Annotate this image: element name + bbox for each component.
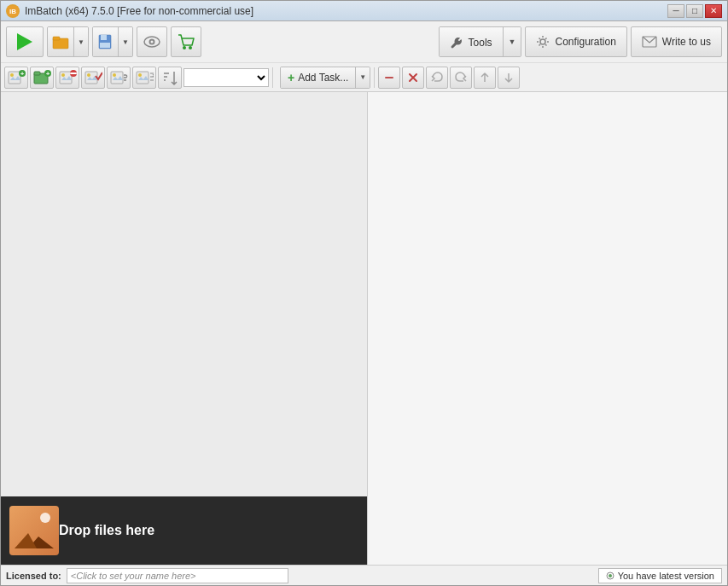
toolbar-divider — [272, 67, 273, 88]
sort-icon — [160, 68, 179, 87]
version-status: You have latest version — [598, 568, 722, 583]
divider-2 — [374, 67, 375, 88]
svg-point-34 — [609, 574, 612, 577]
move-down-button[interactable] — [498, 67, 520, 89]
preview-button[interactable] — [137, 26, 167, 57]
task-controls: + Add Task... ▼ — [280, 67, 520, 89]
folder-open-icon — [52, 34, 69, 49]
svg-point-11 — [189, 46, 192, 49]
shop-button[interactable] — [171, 26, 201, 57]
main-window: IB ImBatch (x64) 7.5.0 [Free for non-com… — [0, 0, 728, 586]
title-bar: IB ImBatch (x64) 7.5.0 [Free for non-com… — [1, 1, 727, 21]
drop-zone-icon — [9, 506, 59, 555]
main-toolbar: ▼ ▼ — [1, 21, 727, 62]
move-up-button[interactable] — [474, 67, 496, 89]
status-bar: Licensed to: <Click to set your name her… — [1, 565, 727, 585]
tools-button[interactable]: Tools — [440, 27, 504, 57]
add-folder-button[interactable]: + — [30, 67, 54, 89]
add-task-plus-icon: + — [288, 71, 294, 84]
svg-point-29 — [113, 73, 116, 77]
svg-point-9 — [150, 41, 153, 44]
tools-dropdown[interactable]: ▼ — [504, 27, 521, 56]
toolbar-area: ▼ ▼ — [1, 21, 727, 92]
svg-point-31 — [138, 73, 142, 77]
version-status-box: You have latest version — [598, 568, 722, 583]
svg-rect-19 — [34, 72, 40, 75]
remove-task-button[interactable] — [378, 67, 400, 89]
maximize-button[interactable]: □ — [686, 4, 703, 18]
drop-zone-text: Drop files here — [59, 523, 154, 538]
mail-icon — [642, 36, 657, 48]
rename-icon — [109, 68, 128, 87]
undo-button[interactable] — [426, 67, 448, 89]
configuration-button[interactable]: Configuration — [525, 26, 626, 57]
wrench-icon — [450, 36, 463, 49]
open-folder-dropdown[interactable]: ▼ — [74, 27, 88, 56]
play-button[interactable] — [6, 26, 44, 57]
open-folder-button[interactable] — [48, 27, 74, 56]
minus-icon — [383, 72, 395, 84]
right-panel[interactable] — [368, 92, 727, 565]
close-button[interactable]: ✕ — [705, 4, 722, 18]
licensed-to-label: Licensed to: — [6, 571, 61, 581]
save-dropdown[interactable]: ▼ — [119, 27, 132, 56]
cart-icon — [177, 33, 195, 50]
filter-icon — [135, 68, 154, 87]
add-image-file-button[interactable]: + — [4, 67, 28, 89]
minimize-button[interactable]: ─ — [667, 4, 684, 18]
svg-point-12 — [540, 39, 545, 44]
svg-point-10 — [183, 46, 186, 49]
gear-icon — [536, 35, 550, 49]
clear-tasks-button[interactable] — [402, 67, 424, 89]
remove-image-icon — [58, 68, 77, 87]
remove-checked-button[interactable] — [81, 67, 105, 89]
save-group: ▼ — [92, 26, 133, 57]
svg-point-23 — [61, 73, 65, 77]
file-list-area[interactable] — [1, 92, 367, 496]
version-indicator-icon — [606, 571, 614, 580]
secondary-toolbar: + + — [1, 62, 727, 91]
svg-rect-3 — [53, 37, 60, 40]
redo-icon — [454, 72, 468, 84]
app-icon: IB — [6, 4, 20, 18]
add-task-button[interactable]: + Add Task... — [281, 67, 356, 88]
license-name-input[interactable]: <Click to set your name here> — [67, 568, 288, 583]
add-folder-icon: + — [32, 68, 51, 87]
add-task-dropdown[interactable]: ▼ — [356, 67, 370, 88]
filter-button[interactable] — [132, 67, 156, 89]
svg-text:+: + — [46, 70, 50, 78]
remove-image-button[interactable] — [55, 67, 79, 89]
redo-button[interactable] — [450, 67, 472, 89]
svg-rect-32 — [385, 77, 393, 78]
play-icon — [17, 33, 32, 50]
save-button[interactable] — [93, 27, 119, 56]
rename-button[interactable] — [107, 67, 131, 89]
task-filter-dropdown[interactable] — [183, 68, 269, 87]
svg-point-27 — [87, 73, 90, 77]
save-icon — [97, 34, 113, 49]
svg-rect-25 — [70, 73, 77, 74]
svg-text:+: + — [20, 70, 25, 78]
left-panel: Drop files here — [1, 92, 368, 565]
open-folder-group: ▼ — [47, 26, 89, 57]
window-controls: ─ □ ✕ — [667, 4, 722, 18]
svg-rect-6 — [100, 43, 110, 48]
main-content: Drop files here — [1, 92, 727, 565]
x-icon — [407, 72, 419, 84]
down-icon — [503, 72, 515, 84]
up-icon — [479, 72, 491, 84]
svg-text:IB: IB — [9, 8, 16, 15]
write-to-us-button[interactable]: Write to us — [631, 26, 722, 57]
add-image-file-icon: + — [7, 68, 26, 87]
svg-rect-5 — [101, 35, 107, 40]
sort-button[interactable] — [158, 67, 182, 89]
svg-point-15 — [10, 73, 14, 77]
window-title: ImBatch (x64) 7.5.0 [Free for non-commer… — [25, 5, 667, 17]
drop-zone[interactable]: Drop files here — [1, 496, 367, 565]
add-task-group: + Add Task... ▼ — [280, 67, 370, 89]
remove-checked-icon — [84, 68, 102, 87]
undo-icon — [430, 72, 444, 84]
right-toolbar: Tools ▼ Configuration — [439, 26, 722, 57]
eye-icon — [143, 35, 161, 49]
